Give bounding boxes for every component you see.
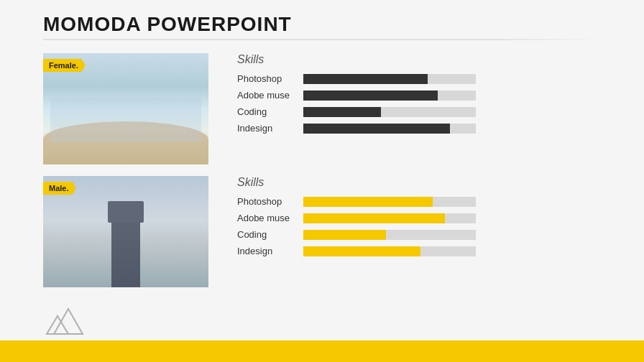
female-skills-title: Skills	[237, 53, 601, 66]
male-label-badge: Male.	[43, 182, 76, 195]
skill-bar-bg	[303, 197, 476, 207]
skill-label-photoshop-m: Photoshop	[237, 196, 295, 207]
skill-bar-bg	[303, 107, 476, 117]
female-skills-block: Skills Photoshop Adobe muse Coding	[237, 53, 601, 139]
svg-marker-1	[47, 316, 68, 334]
skill-row: Coding	[237, 229, 601, 240]
skill-label-coding-m: Coding	[237, 229, 295, 240]
skill-row: Photoshop	[237, 73, 601, 84]
skill-bar-bg	[303, 74, 476, 84]
female-image-block: Female.	[43, 53, 208, 164]
skill-row: Coding	[237, 106, 601, 117]
bottom-bar	[0, 340, 644, 362]
skill-bar-fill	[303, 107, 381, 117]
skill-bar-fill	[303, 124, 450, 134]
skill-bar-bg	[303, 90, 476, 101]
skill-label-photoshop-f: Photoshop	[237, 73, 295, 84]
skill-bar-fill	[303, 213, 445, 223]
male-skills-block: Skills Photoshop Adobe muse Coding	[237, 176, 601, 262]
mountain-icon	[43, 302, 93, 340]
skill-bar-fill	[303, 74, 428, 84]
skill-bar-bg	[303, 213, 476, 223]
male-image-block: Male.	[43, 176, 208, 287]
page-title: MOMODA POWERPOINT	[43, 13, 601, 36]
skill-row: Indesign	[237, 123, 601, 134]
skill-bar-fill	[303, 246, 420, 256]
skill-bar-fill	[303, 90, 438, 101]
skill-bar-bg	[303, 124, 476, 134]
skill-row: Adobe muse	[237, 90, 601, 101]
skill-bar-fill	[303, 197, 433, 207]
page: MOMODA POWERPOINT Female. Skills Photosh…	[0, 0, 644, 362]
skill-label-adobemuse-m: Adobe muse	[237, 213, 295, 223]
skill-row: Indesign	[237, 246, 601, 256]
title-divider	[43, 39, 601, 40]
skill-row: Adobe muse	[237, 213, 601, 223]
skill-label-indesign-f: Indesign	[237, 123, 295, 134]
skill-bar-bg	[303, 246, 476, 256]
skill-label-coding-f: Coding	[237, 106, 295, 117]
skill-bar-bg	[303, 230, 476, 240]
male-profile-row: Male. Skills Photoshop Adobe muse	[43, 176, 601, 287]
title-area: MOMODA POWERPOINT	[0, 0, 644, 46]
skill-row: Photoshop	[237, 196, 601, 207]
male-skills-title: Skills	[237, 176, 601, 189]
content-area: Female. Skills Photoshop Adobe muse	[0, 46, 644, 287]
skill-bar-fill	[303, 230, 386, 240]
skill-label-indesign-m: Indesign	[237, 246, 295, 256]
svg-marker-0	[54, 309, 83, 334]
female-label-badge: Female.	[43, 59, 86, 72]
skill-label-adobemuse-f: Adobe muse	[237, 90, 295, 101]
female-profile-row: Female. Skills Photoshop Adobe muse	[43, 53, 601, 164]
